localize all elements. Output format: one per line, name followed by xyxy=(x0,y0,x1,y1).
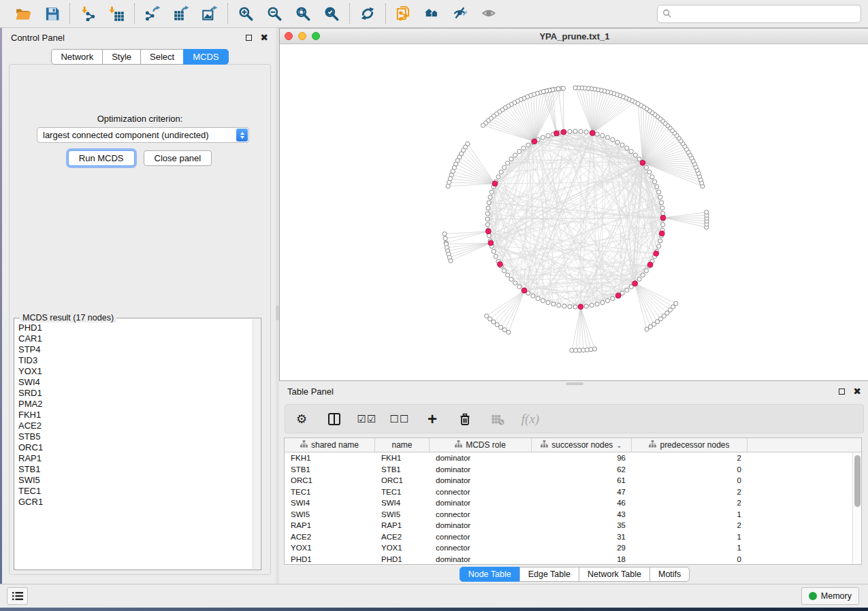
optimization-criterion-dropdown[interactable]: largest connected component (undirected) xyxy=(37,127,249,143)
tab-select[interactable]: Select xyxy=(140,49,184,65)
mcds-result-item[interactable]: STP4 xyxy=(18,344,253,355)
table-row[interactable]: ORC1ORC1dominator610 xyxy=(285,475,852,486)
table-scrollbar-thumb[interactable] xyxy=(854,455,861,507)
tab-node-table[interactable]: Node Table xyxy=(460,567,520,582)
mcds-result-item[interactable]: PMA2 xyxy=(18,399,253,410)
tab-motifs[interactable]: Motifs xyxy=(649,567,690,582)
new-network-from-selection-icon[interactable] xyxy=(394,4,413,23)
delete-icon[interactable] xyxy=(457,411,473,427)
table-row[interactable]: STB1STB1dominator620 xyxy=(285,464,852,476)
mcds-hub-node[interactable] xyxy=(485,229,491,234)
mcds-result-item[interactable]: YOX1 xyxy=(18,366,253,377)
mcds-hub-node[interactable] xyxy=(492,181,498,186)
table-row[interactable]: FKH1FKH1dominator962 xyxy=(285,452,852,464)
network-window-titlebar[interactable]: YPA_prune.txt_1 xyxy=(280,29,868,44)
search-input[interactable] xyxy=(675,9,856,18)
export-network-icon[interactable] xyxy=(143,4,162,23)
tab-style[interactable]: Style xyxy=(102,49,141,65)
import-table-icon[interactable] xyxy=(107,4,126,23)
refresh-icon[interactable] xyxy=(358,4,377,23)
float-panel-icon[interactable] xyxy=(244,33,253,42)
tab-network[interactable]: Network xyxy=(51,49,103,65)
mcds-result-item[interactable]: ACE2 xyxy=(18,420,253,431)
mcds-hub-node[interactable] xyxy=(561,129,566,135)
mcds-hub-node[interactable] xyxy=(632,281,638,286)
table-close-panel-icon[interactable]: ✖ xyxy=(852,386,862,396)
search-box[interactable] xyxy=(657,5,861,23)
tab-network-table[interactable]: Network Table xyxy=(579,567,650,582)
mcds-hub-node[interactable] xyxy=(654,251,659,257)
export-table-icon[interactable] xyxy=(172,4,191,23)
mcds-result-item[interactable]: CAR1 xyxy=(18,333,253,344)
import-network-icon[interactable] xyxy=(78,4,97,23)
table-panel-resize-grip[interactable] xyxy=(566,382,583,385)
tab-mcds[interactable]: MCDS xyxy=(183,49,228,65)
add-icon[interactable]: + xyxy=(424,411,440,427)
mcds-result-item[interactable]: FKH1 xyxy=(18,410,253,420)
deselect-all-icon[interactable]: ☐☐ xyxy=(391,411,408,427)
mcds-hub-node[interactable] xyxy=(488,240,494,246)
table-float-panel-icon[interactable] xyxy=(837,386,846,396)
first-neighbors-icon[interactable] xyxy=(423,4,442,23)
mcds-hub-node[interactable] xyxy=(647,262,653,267)
mcds-result-list[interactable]: PHD1CAR1STP4TID3YOX1SWI4SRD1PMA2FKH1ACE2… xyxy=(18,323,253,568)
tab-edge-table[interactable]: Edge Table xyxy=(519,567,579,582)
mcds-hub-node[interactable] xyxy=(659,231,664,236)
mcds-hub-node[interactable] xyxy=(640,160,645,165)
dropdown-selected-value: largest connected component (undirected) xyxy=(37,130,236,140)
mcds-hub-node[interactable] xyxy=(615,293,621,299)
mcds-result-item[interactable]: SWI5 xyxy=(18,475,253,486)
table-row[interactable]: YOX1YOX1connector291 xyxy=(285,542,852,554)
columns-icon[interactable] xyxy=(326,411,342,427)
mcds-result-item[interactable]: ORC1 xyxy=(18,442,253,453)
mcds-result-item[interactable]: TEC1 xyxy=(18,486,253,497)
zoom-selected-icon[interactable] xyxy=(322,4,341,23)
table-row[interactable]: TEC1TEC1connector472 xyxy=(285,486,852,498)
mcds-result-item[interactable]: TID3 xyxy=(18,355,253,366)
column-header-shared-name[interactable]: shared name xyxy=(285,438,375,452)
table-row[interactable]: RAP1RAP1dominator352 xyxy=(285,520,852,531)
column-header-name[interactable]: name xyxy=(375,438,430,452)
table-row[interactable]: PHD1PHD1dominator180 xyxy=(285,554,852,565)
column-header-predecessor-nodes[interactable]: predecessor nodes xyxy=(632,438,748,452)
zoom-out-icon[interactable] xyxy=(265,4,284,23)
select-all-icon[interactable]: ☑☑ xyxy=(359,411,375,427)
close-panel-button[interactable]: Close panel xyxy=(144,150,212,166)
close-panel-icon[interactable]: ✖ xyxy=(259,33,269,42)
column-header-successor-nodes[interactable]: successor nodes⌄ xyxy=(532,438,632,452)
mcds-hub-node[interactable] xyxy=(554,131,560,136)
hide-selected-icon[interactable] xyxy=(451,4,470,23)
mcds-hub-node[interactable] xyxy=(660,215,666,220)
column-header-MCDS-role[interactable]: MCDS role xyxy=(430,438,532,452)
save-icon[interactable] xyxy=(42,4,61,23)
open-folder-icon[interactable] xyxy=(14,4,33,23)
mcds-result-item[interactable]: SWI4 xyxy=(18,377,253,388)
task-history-button[interactable] xyxy=(7,587,28,605)
column-header-filler xyxy=(748,438,861,452)
mcds-result-item[interactable]: GCR1 xyxy=(18,497,253,508)
zoom-fit-icon[interactable] xyxy=(293,4,312,23)
export-image-icon[interactable] xyxy=(200,4,219,23)
mcds-hub-node[interactable] xyxy=(590,131,595,136)
mcds-result-item[interactable]: SRD1 xyxy=(18,388,253,399)
mcds-hub-node[interactable] xyxy=(578,304,583,310)
network-canvas[interactable] xyxy=(280,44,868,380)
mcds-hub-node[interactable] xyxy=(521,288,527,293)
mcds-hub-node[interactable] xyxy=(498,262,503,267)
network-graph[interactable] xyxy=(280,44,868,380)
gear-icon[interactable]: ⚙ xyxy=(293,411,310,427)
mcds-result-item[interactable]: STB1 xyxy=(18,464,253,475)
mcds-result-item[interactable]: RAP1 xyxy=(18,453,253,464)
table-scrollbar[interactable] xyxy=(852,452,861,564)
table-row[interactable]: SWI4SWI4dominator462 xyxy=(285,497,852,509)
mcds-result-item[interactable]: PHD1 xyxy=(18,323,253,333)
zoom-in-icon[interactable] xyxy=(236,4,255,23)
table-row[interactable]: SWI5SWI5connector431 xyxy=(285,509,852,521)
mcds-result-item[interactable]: STB5 xyxy=(18,431,253,442)
show-hidden-icon[interactable] xyxy=(480,4,499,23)
mcds-hub-node[interactable] xyxy=(532,139,537,144)
memory-button[interactable]: Memory xyxy=(801,587,859,605)
mcds-list-scrollbar[interactable] xyxy=(253,319,260,569)
run-mcds-button[interactable]: Run MCDS xyxy=(68,150,135,166)
table-row[interactable]: ACE2ACE2connector311 xyxy=(285,531,852,543)
